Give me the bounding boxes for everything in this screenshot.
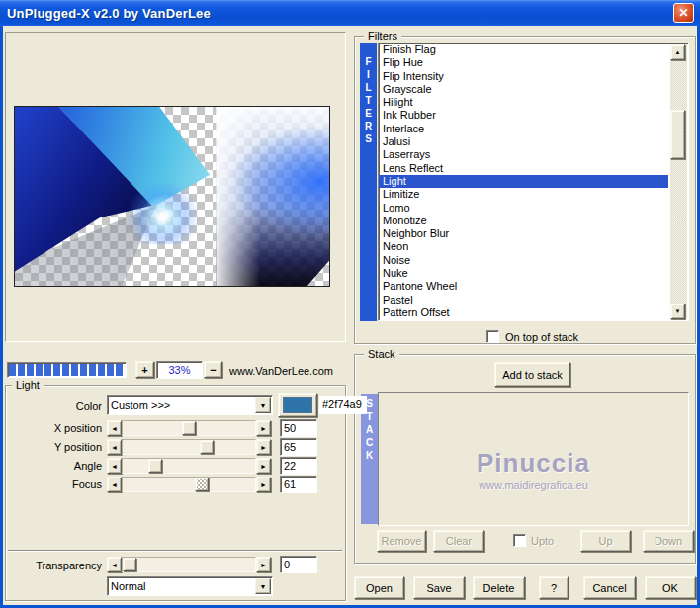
filters-listbox[interactable]: Finish Flag Flip Hue Flip Intensity Gray… [378, 43, 689, 321]
cancel-button[interactable]: Cancel [583, 576, 636, 599]
filter-item[interactable]: Pastel [379, 294, 668, 306]
angle-left-arrow[interactable]: ◄ [107, 458, 122, 474]
filter-item[interactable]: Laserrays [379, 148, 668, 161]
y-position-left-arrow[interactable]: ◄ [107, 439, 122, 455]
transparency-thumb[interactable] [123, 558, 136, 571]
x-position-slider[interactable] [122, 420, 256, 436]
color-mode-select[interactable]: Custom >>> ▼ [107, 395, 273, 415]
filters-scrollbar[interactable]: ▲ ▼ [670, 44, 687, 319]
progress-blocks [9, 364, 125, 376]
filter-item[interactable]: Flip Intensity [379, 70, 668, 83]
render-progress-bar [7, 362, 127, 378]
focus-left-arrow[interactable]: ◄ [107, 477, 122, 492]
filter-item[interactable]: Lens Reflect [379, 162, 668, 175]
focus-slider[interactable] [122, 477, 256, 492]
scroll-up-icon[interactable]: ▲ [670, 44, 685, 60]
transparency-slider[interactable] [122, 557, 256, 572]
filter-item[interactable]: Pattern Offset [379, 306, 668, 319]
preview-light-burst [122, 175, 205, 244]
filter-item[interactable]: Hilight [379, 96, 668, 109]
focus-right-arrow[interactable]: ► [256, 477, 271, 492]
window-title: UnPlugged-X v2.0 by VanDerLee [0, 6, 211, 21]
unplugged-x-dialog: UnPlugged-X v2.0 by VanDerLee ✕ + 33% − … [0, 0, 700, 608]
title-bar[interactable]: UnPlugged-X v2.0 by VanDerLee ✕ [0, 0, 700, 26]
delete-button[interactable]: Delete [473, 576, 525, 599]
close-icon: ✕ [678, 6, 688, 20]
watermark-name: Pinuccia [379, 448, 688, 478]
angle-label: Angle [0, 460, 102, 472]
x-position-input[interactable]: 50 [280, 419, 317, 437]
zoom-out-button[interactable]: − [204, 361, 222, 378]
filter-item[interactable]: Flip Hue [379, 56, 668, 69]
upto-label: Upto [531, 535, 554, 547]
stack-list-area[interactable]: Pinuccia www.maidiregrafica.eu [378, 392, 689, 526]
transparency-input[interactable]: 0 [280, 556, 317, 573]
zoom-level-value: 33% [168, 364, 190, 376]
filter-item[interactable]: Pencil [379, 319, 668, 321]
transparency-right-arrow[interactable]: ► [256, 557, 271, 572]
watermark-site: www.maidiregrafica.eu [379, 479, 688, 491]
angle-input[interactable]: 22 [280, 457, 317, 475]
close-button[interactable]: ✕ [673, 3, 694, 23]
chevron-down-icon[interactable]: ▼ [255, 397, 271, 413]
open-button[interactable]: Open [354, 576, 404, 599]
filter-item[interactable]: Interlace [379, 123, 668, 135]
scroll-down-icon[interactable]: ▼ [670, 304, 685, 319]
color-mode-value: Custom >>> [111, 399, 170, 411]
focus-label: Focus [0, 478, 102, 490]
light-group-separator [8, 550, 342, 552]
filter-item[interactable]: Pantone Wheel [379, 280, 668, 293]
filters-vertical-banner: F I L T E R S [360, 43, 377, 321]
x-position-left-arrow[interactable]: ◄ [107, 420, 122, 436]
y-position-thumb[interactable] [200, 440, 214, 454]
transparency-label: Transparency [0, 560, 102, 571]
y-position-input[interactable]: 65 [280, 438, 317, 456]
save-button[interactable]: Save [413, 576, 465, 599]
filter-item[interactable]: Ink Rubber [379, 109, 668, 122]
x-position-right-arrow[interactable]: ► [256, 420, 271, 436]
help-button[interactable]: ? [539, 576, 569, 599]
scrollbar-thumb[interactable] [670, 110, 685, 159]
transparency-left-arrow[interactable]: ◄ [107, 557, 122, 572]
upto-checkbox[interactable] [513, 534, 526, 547]
filter-item[interactable]: Limitize [379, 188, 668, 201]
ok-button[interactable]: OK [645, 576, 696, 599]
chevron-down-icon[interactable]: ▼ [255, 578, 271, 594]
filter-item[interactable]: Jalusi [379, 135, 668, 148]
filter-item[interactable]: Nuke [379, 267, 668, 280]
remove-button[interactable]: Remove [377, 530, 426, 552]
x-position-thumb[interactable] [182, 421, 196, 435]
color-swatch-button[interactable] [278, 393, 317, 417]
filters-group-label: Filters [364, 30, 401, 42]
clear-button[interactable]: Clear [433, 530, 484, 552]
filter-item[interactable]: Neighbor Blur [379, 227, 668, 240]
filter-item[interactable]: Noise [379, 254, 668, 267]
blend-mode-select[interactable]: Normal ▼ [107, 576, 273, 596]
vendor-website-label: www.VanDerLee.com [229, 365, 333, 377]
blend-mode-value: Normal [111, 580, 145, 592]
minus-icon: − [210, 364, 216, 376]
x-position-label: X position [0, 422, 102, 434]
filter-item[interactable]: Monotize [379, 215, 668, 227]
focus-input[interactable]: 61 [280, 476, 317, 493]
filter-item[interactable]: Grayscale [379, 83, 668, 96]
light-group-label: Light [12, 379, 44, 391]
filter-item[interactable]: Lomo [379, 202, 668, 215]
y-position-right-arrow[interactable]: ► [256, 439, 271, 455]
preview-image[interactable] [14, 106, 330, 287]
angle-slider[interactable] [122, 458, 256, 474]
angle-right-arrow[interactable]: ► [256, 458, 271, 474]
filter-item[interactable]: Finish Flag [379, 43, 668, 56]
add-to-stack-button[interactable]: Add to stack [494, 362, 570, 387]
filter-item[interactable]: Neon [379, 240, 668, 253]
filter-item-selected[interactable]: Light [379, 175, 668, 188]
stack-group-label: Stack [364, 348, 399, 360]
up-button[interactable]: Up [580, 530, 631, 552]
down-button[interactable]: Down [643, 530, 694, 552]
angle-thumb[interactable] [148, 459, 162, 473]
focus-thumb[interactable] [195, 478, 209, 491]
on-top-of-stack-checkbox[interactable] [486, 330, 499, 343]
zoom-in-button[interactable]: + [135, 361, 154, 378]
y-position-slider[interactable] [122, 439, 256, 455]
zoom-level-field: 33% [156, 361, 203, 379]
